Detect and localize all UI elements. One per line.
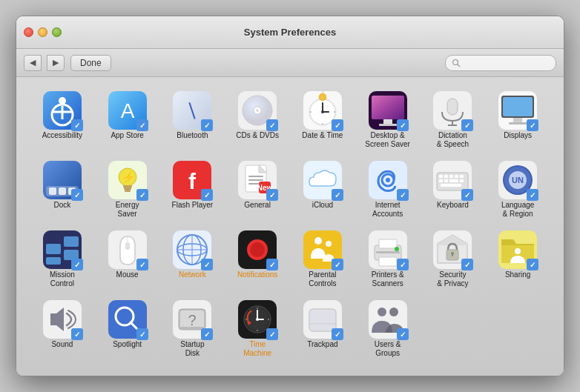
pref-displays[interactable]: ✓ Displays <box>487 88 549 152</box>
pref-sound[interactable]: ✓ Sound <box>31 297 93 361</box>
back-button[interactable]: ◀ <box>24 55 42 71</box>
pref-date-time[interactable]: ✓ Date & Time <box>291 88 354 152</box>
pref-label-network: Network <box>179 270 206 279</box>
icloud-icon-wrap: ✓ <box>303 161 342 199</box>
svg-rect-39 <box>503 97 533 116</box>
pref-mission-control[interactable]: ✓ MissionControl <box>31 227 93 291</box>
checkmark-notif: ✓ <box>266 259 278 270</box>
pref-label-notifications: Notifications <box>237 270 277 279</box>
pref-language[interactable]: UN ✓ Language& Region <box>487 158 549 222</box>
svg-rect-86 <box>64 236 79 247</box>
close-button[interactable] <box>24 27 33 37</box>
svg-point-131 <box>256 318 259 321</box>
minimize-button[interactable] <box>38 27 47 37</box>
pref-mouse[interactable]: ✓ Mouse <box>96 227 159 291</box>
pref-cds-dvds[interactable]: ✓ CDs & DVDs <box>226 88 289 152</box>
pref-flash-player[interactable]: f ✓ Flash Player <box>162 158 224 222</box>
pref-parental[interactable]: ✓ ParentalControls <box>291 227 354 291</box>
desktop-icon-wrap: ✓ <box>369 91 407 130</box>
sound-icon-wrap: ✓ <box>43 300 82 339</box>
pref-general[interactable]: New ✓ General <box>226 158 289 222</box>
preferences-grid: ✓ Accessibility A ✓ App Store <box>31 88 549 361</box>
svg-point-21 <box>321 110 324 113</box>
checkmark-mouse: ✓ <box>136 259 148 270</box>
svg-rect-71 <box>449 175 453 178</box>
svg-rect-72 <box>455 175 458 178</box>
svg-point-101 <box>250 242 265 257</box>
checkmark-users: ✓ <box>397 328 409 340</box>
pref-network[interactable]: ✓ Network <box>162 227 224 291</box>
pref-label-trackpad: Trackpad <box>307 340 337 349</box>
svg-point-104 <box>326 241 332 247</box>
accessibility-icon-wrap: ✓ <box>43 91 82 130</box>
svg-rect-107 <box>379 239 397 248</box>
svg-rect-78 <box>441 184 461 187</box>
svg-rect-30 <box>372 96 404 119</box>
svg-rect-109 <box>376 251 400 253</box>
pref-spotlight[interactable]: ✓ Spotlight <box>96 297 159 361</box>
pref-users-groups[interactable]: ✓ Users &Groups <box>357 297 419 361</box>
checkmark-language: ✓ <box>527 189 538 201</box>
svg-point-26 <box>319 93 326 101</box>
svg-rect-44 <box>49 187 56 195</box>
svg-text:⚡: ⚡ <box>121 171 134 184</box>
svg-text:UN: UN <box>512 176 524 185</box>
pref-accessibility[interactable]: ✓ Accessibility <box>31 88 93 152</box>
checkmark-desktop: ✓ <box>397 119 409 131</box>
svg-rect-50 <box>124 187 131 190</box>
pref-printers[interactable]: ✓ Printers &Scanners <box>357 227 419 291</box>
search-box[interactable] <box>445 55 556 71</box>
svg-point-15 <box>256 109 259 112</box>
pref-dock[interactable]: ✓ Dock <box>31 158 93 222</box>
pref-desktop[interactable]: ✓ Desktop &Screen Saver <box>357 88 419 152</box>
language-icon-wrap: UN ✓ <box>498 161 537 199</box>
pref-dictation[interactable]: ✓ Dictation& Speech <box>422 88 484 152</box>
users-icon-wrap: ✓ <box>369 300 407 339</box>
pref-notifications[interactable]: ✓ Notifications <box>226 227 289 291</box>
checkmark-sound: ✓ <box>71 328 83 340</box>
pref-startup-disk[interactable]: ? ✓ StartupDisk <box>162 297 224 361</box>
pref-internet-accounts[interactable]: ✓ InternetAccounts <box>357 158 419 222</box>
svg-rect-59 <box>248 179 263 181</box>
startup-icon-wrap: ? ✓ <box>173 300 211 339</box>
pref-energy-saver[interactable]: ⚡ ✓ EnergySaver <box>96 158 159 222</box>
date-time-icon-wrap: ✓ <box>303 91 342 130</box>
pref-label-sharing: Sharing <box>505 270 530 279</box>
svg-rect-77 <box>460 179 464 182</box>
pref-keyboard[interactable]: ✓ Keyboard <box>422 158 484 222</box>
svg-rect-41 <box>509 122 527 124</box>
toolbar: ◀ ▶ Done <box>16 49 564 77</box>
pref-security[interactable]: ✓ Security& Privacy <box>422 227 484 291</box>
dictation-icon-wrap: ✓ <box>433 91 472 130</box>
svg-rect-58 <box>248 176 263 177</box>
pref-label-bluetooth: Bluetooth <box>177 131 208 140</box>
energy-icon-wrap: ⚡ ✓ <box>108 161 147 199</box>
printer-icon-wrap: ✓ <box>369 230 407 269</box>
svg-point-110 <box>395 247 399 251</box>
pref-app-store[interactable]: A ✓ App Store <box>96 88 159 152</box>
checkmark-displays: ✓ <box>527 119 538 131</box>
pref-label-icloud: iCloud <box>312 201 333 210</box>
pref-label-keyboard: Keyboard <box>437 201 469 210</box>
network-icon-wrap: ✓ <box>173 230 211 269</box>
pref-label-mouse: Mouse <box>116 270 139 279</box>
checkmark-startup: ✓ <box>201 328 213 340</box>
checkmark-flash: ✓ <box>201 189 213 201</box>
maximize-button[interactable] <box>52 27 62 37</box>
svg-point-103 <box>314 237 322 245</box>
pref-label-parental: ParentalControls <box>309 270 336 288</box>
svg-rect-85 <box>46 244 61 254</box>
checkmark-cds: ✓ <box>266 119 278 131</box>
dock-icon-wrap: ✓ <box>43 161 82 199</box>
pref-label-dock: Dock <box>53 201 70 210</box>
general-icon-wrap: New ✓ <box>238 161 277 199</box>
pref-time-machine[interactable]: ✓ TimeMachine <box>226 297 289 361</box>
pref-icloud[interactable]: ✓ iCloud <box>291 158 354 222</box>
svg-rect-75 <box>444 179 448 182</box>
done-button[interactable]: Done <box>70 55 111 71</box>
svg-rect-51 <box>125 190 131 192</box>
forward-button[interactable]: ▶ <box>47 55 65 71</box>
pref-bluetooth[interactable]: ⧵ ✓ Bluetooth <box>162 88 224 152</box>
pref-trackpad[interactable]: ✓ Trackpad <box>291 297 354 361</box>
pref-sharing[interactable]: ✓ Sharing <box>487 227 549 291</box>
